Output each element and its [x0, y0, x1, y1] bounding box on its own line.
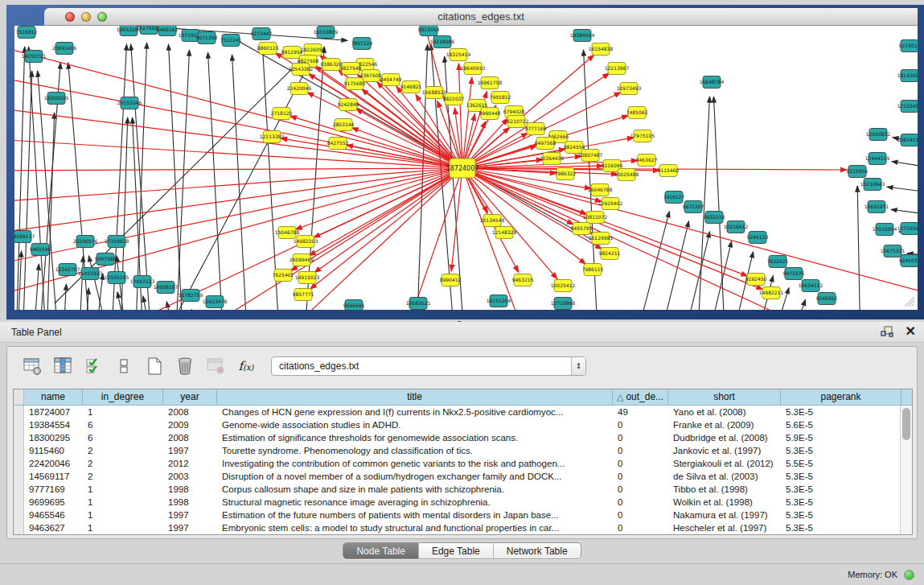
- table-cell[interactable]: 0: [613, 496, 668, 509]
- graph-node[interactable]: 9146821: [400, 81, 422, 93]
- citation-edge-black[interactable]: [891, 209, 918, 217]
- graph-node[interactable]: 12710998: [551, 298, 576, 310]
- graph-node[interactable]: 8990448: [479, 108, 501, 120]
- table-row[interactable]: 946554611997Estimation of the future num…: [14, 509, 912, 521]
- citation-edge-black[interactable]: [168, 44, 183, 310]
- table-cell[interactable]: 2008: [163, 431, 217, 444]
- table-cell[interactable]: 9777169: [24, 483, 83, 496]
- graph-node[interactable]: 10543382: [289, 64, 314, 76]
- table-cell[interactable]: Jankovic et al. (1997): [668, 444, 781, 457]
- table-cell[interactable]: 1998: [163, 496, 217, 509]
- float-panel-icon[interactable]: [880, 324, 894, 339]
- graph-node[interactable]: 12213967: [605, 63, 630, 75]
- table-cell[interactable]: Changes of HCN gene expression and I(f) …: [217, 406, 613, 418]
- graph-node[interactable]: 17957223: [130, 276, 155, 288]
- tab-node-table[interactable]: Node Table: [343, 543, 419, 558]
- graph-node[interactable]: 22420046: [287, 83, 312, 95]
- table-row[interactable]: 1830029562008Estimation of significance …: [14, 431, 912, 444]
- graph-node[interactable]: 10654112: [799, 280, 823, 292]
- table-cell[interactable]: Nakamura et al. (1997): [668, 509, 781, 521]
- delete-icon[interactable]: [173, 354, 197, 378]
- graph-node[interactable]: 2803144: [333, 119, 355, 131]
- tab-network-table[interactable]: Network Table: [494, 543, 581, 558]
- graph-node[interactable]: 9273447: [251, 28, 273, 40]
- graph-node[interactable]: 11451933: [78, 268, 103, 280]
- graph-node[interactable]: 14915023: [295, 272, 320, 284]
- table-cell[interactable]: 19384554: [24, 418, 83, 431]
- table-cell[interactable]: 1997: [163, 521, 217, 534]
- graph-node[interactable]: 8215956: [847, 166, 869, 178]
- citation-edge-black[interactable]: [111, 44, 126, 310]
- column-header-short[interactable]: short: [668, 389, 781, 405]
- new-document-icon[interactable]: [142, 354, 166, 378]
- graph-node[interactable]: 8471676: [783, 268, 805, 280]
- graph-node[interactable]: 14982203: [294, 236, 318, 248]
- citation-edge-black[interactable]: [887, 187, 918, 195]
- citation-edge-black[interactable]: [34, 264, 39, 310]
- graph-node[interactable]: 9699695: [343, 300, 365, 311]
- graph-node[interactable]: 9463215: [512, 274, 534, 286]
- zoom-window-button[interactable]: [97, 12, 107, 22]
- window-titlebar[interactable]: citations_edges.txt: [44, 8, 918, 26]
- graph-node[interactable]: 12093832: [866, 129, 891, 141]
- graph-hub-node[interactable]: 18724007: [446, 159, 479, 178]
- graph-node[interactable]: 8990412: [440, 274, 462, 286]
- graph-node[interactable]: 16154838: [589, 43, 614, 56]
- table-cell[interactable]: 2: [83, 444, 163, 457]
- citation-edge-black[interactable]: [713, 97, 725, 310]
- citation-edge-red[interactable]: [14, 168, 462, 266]
- table-cell[interactable]: 5.9E-5: [781, 431, 901, 444]
- graph-node[interactable]: 18640910: [461, 63, 486, 75]
- graph-node[interactable]: 7919127: [663, 192, 685, 204]
- citation-edge-red[interactable]: [14, 43, 462, 168]
- graph-node[interactable]: 16033809: [314, 27, 339, 39]
- table-cell[interactable]: 1: [83, 496, 163, 509]
- graph-node[interactable]: 12925402: [598, 198, 623, 210]
- graph-node[interactable]: 18583521: [406, 298, 431, 310]
- graph-node[interactable]: 12342757: [55, 264, 80, 276]
- close-window-button[interactable]: [65, 12, 75, 22]
- graph-node[interactable]: 9192450: [745, 274, 767, 286]
- table-cell[interactable]: Embryonic stem cells: a model to study s…: [217, 521, 613, 534]
- table-cell[interactable]: 0: [613, 470, 668, 483]
- graph-node[interactable]: 10834112: [897, 134, 918, 146]
- graph-node[interactable]: 8186328: [321, 59, 343, 71]
- graph-node[interactable]: 10210643: [860, 179, 885, 191]
- scrollbar-thumb[interactable]: [902, 408, 910, 440]
- citation-edge-red[interactable]: [462, 168, 557, 279]
- column-header-title[interactable]: title: [217, 389, 613, 405]
- graph-node[interactable]: 10807487: [578, 150, 603, 162]
- graph-node[interactable]: 26099469: [290, 254, 314, 266]
- table-cell[interactable]: 22420046: [24, 457, 83, 470]
- table-row[interactable]: 977716911998Corpus callosum shape and si…: [14, 483, 912, 496]
- graph-node[interactable]: 18226058: [301, 44, 326, 56]
- table-cell[interactable]: 9465546: [24, 509, 83, 521]
- graph-node[interactable]: 9097588: [95, 253, 117, 266]
- graph-node[interactable]: 7516812: [16, 27, 38, 39]
- table-cell[interactable]: 2003: [163, 470, 217, 483]
- table-cell[interactable]: 0: [613, 483, 668, 496]
- citation-edge-black[interactable]: [232, 55, 248, 310]
- table-cell[interactable]: Yano et al. (2008): [668, 406, 781, 418]
- graph-node[interactable]: 12923478: [203, 296, 228, 308]
- graph-node[interactable]: 18300295: [44, 93, 69, 105]
- table-cell[interactable]: Wolkin et al. (1998): [668, 496, 781, 509]
- citation-edge-red[interactable]: [310, 168, 462, 256]
- table-cell[interactable]: Dudbridge et al. (2008): [668, 431, 781, 444]
- table-row[interactable]: 2242004622012Investigating the contribut…: [14, 457, 912, 470]
- minimize-window-button[interactable]: [81, 12, 91, 22]
- graph-node[interactable]: 20364436: [540, 153, 565, 165]
- graph-node[interactable]: 9175685: [344, 78, 366, 90]
- graph-node[interactable]: 20206576: [73, 236, 98, 248]
- graph-node[interactable]: 17016504: [873, 224, 897, 236]
- graph-node[interactable]: 10025412: [551, 280, 576, 292]
- graph-node[interactable]: 9827548: [340, 63, 362, 75]
- table-cell[interactable]: 9699695: [24, 496, 83, 509]
- table-cell[interactable]: 5.3E-5: [781, 406, 901, 418]
- table-cell[interactable]: de Silva et al. (2003): [668, 470, 781, 483]
- graph-node[interactable]: 9245033: [899, 255, 918, 267]
- graph-node[interactable]: 15692971: [864, 201, 889, 213]
- table-cell[interactable]: Genome-wide association studies in ADHD.: [217, 418, 613, 431]
- graph-node[interactable]: 9671207: [683, 201, 704, 213]
- table-cell[interactable]: Tourette syndrome. Phenomenology and cla…: [217, 444, 613, 457]
